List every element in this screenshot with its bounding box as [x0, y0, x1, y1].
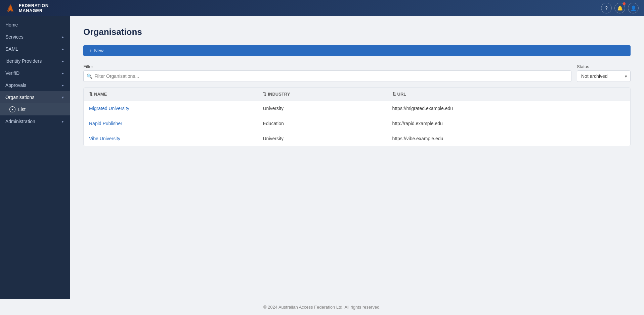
col-url: ⇅ URL	[387, 88, 630, 101]
notifications-button[interactable]: 🔔	[614, 3, 625, 13]
sidebar-item-approvals[interactable]: Approvals ►	[0, 79, 70, 91]
col-industry: ⇅ INDUSTRY	[257, 88, 387, 101]
sort-icon: ⇅	[89, 92, 93, 97]
sidebar-item-administration[interactable]: Administration ►	[0, 115, 70, 127]
sidebar-sub-item-list-label: List	[18, 107, 26, 112]
table-header-row: ⇅ NAME ⇅ INDUSTRY ⇅	[84, 88, 630, 101]
footer-text: © 2024 Australian Access Federation Ltd.…	[263, 305, 381, 310]
search-icon: 🔍	[87, 73, 92, 79]
chevron-right-icon: ►	[61, 35, 65, 39]
chevron-right-icon: ►	[61, 84, 65, 87]
sidebar-item-saml-label: SAML	[5, 46, 18, 52]
table-row: Migrated University University https://m…	[84, 101, 630, 116]
org-url-migrated: https://migrated.example.edu	[392, 106, 453, 111]
org-url-vibe: https://vibe.example.edu	[392, 136, 443, 141]
new-button[interactable]: + New	[83, 45, 631, 56]
sidebar-item-services[interactable]: Services ►	[0, 31, 70, 43]
notification-badge	[623, 2, 626, 5]
sidebar-item-home[interactable]: Home	[0, 19, 70, 31]
user-icon: 👤	[631, 5, 636, 11]
status-label: Status	[577, 64, 631, 69]
col-name-sortable[interactable]: ⇅ NAME	[89, 92, 107, 97]
chevron-right-icon: ►	[61, 59, 65, 63]
logo: FEDERATION MANAGER	[5, 3, 49, 13]
org-url-rapid: http://rapid.example.edu	[392, 121, 443, 126]
org-industry-cell: University	[257, 131, 387, 146]
sort-icon: ⇅	[392, 92, 396, 97]
sidebar-item-approvals-label: Approvals	[5, 83, 26, 88]
chevron-right-icon: ►	[61, 71, 65, 75]
app-header: FEDERATION MANAGER ? 🔔 👤	[0, 0, 644, 16]
sidebar-sub-item-list[interactable]: ● List	[0, 103, 70, 115]
table-row: Vibe University University https://vibe.…	[84, 131, 630, 146]
org-industry-vibe: University	[263, 136, 283, 141]
bell-icon: 🔔	[617, 5, 623, 11]
help-button[interactable]: ?	[601, 3, 612, 13]
sort-icon: ⇅	[263, 92, 266, 97]
sidebar-item-organisations-label: Organisations	[5, 95, 34, 100]
sidebar-item-home-label: Home	[5, 22, 18, 28]
table-header: ⇅ NAME ⇅ INDUSTRY ⇅	[84, 88, 630, 101]
filter-group: Filter 🔍	[83, 64, 571, 82]
sidebar: Home Services ► SAML ► Identity Provider…	[0, 16, 70, 299]
filter-input[interactable]	[83, 70, 571, 82]
table-body: Migrated University University https://m…	[84, 101, 630, 146]
org-url-cell: https://migrated.example.edu	[387, 101, 630, 116]
status-select[interactable]: Not archived Archived All	[577, 70, 631, 82]
new-button-label: New	[94, 48, 103, 53]
filter-label: Filter	[83, 64, 571, 69]
logo-icon	[5, 3, 16, 13]
header-actions: ? 🔔 👤	[601, 3, 639, 13]
logo-line2: MANAGER	[19, 8, 49, 13]
filter-row: Filter 🔍 Status Not archived Archived Al…	[83, 64, 631, 82]
chevron-right-icon: ►	[61, 120, 65, 123]
org-url-cell: http://rapid.example.edu	[387, 116, 630, 131]
organisations-table: ⇅ NAME ⇅ INDUSTRY ⇅	[84, 88, 630, 146]
globe-icon: ●	[9, 106, 15, 112]
sidebar-item-services-label: Services	[5, 34, 24, 40]
status-filter-group: Status Not archived Archived All	[577, 64, 631, 82]
sidebar-item-administration-label: Administration	[5, 119, 35, 124]
main-content: Organisations + New Filter 🔍 Status Not …	[70, 16, 644, 299]
sidebar-item-organisations[interactable]: Organisations ▼	[0, 91, 70, 103]
plus-icon: +	[89, 48, 92, 53]
user-menu-button[interactable]: 👤	[628, 3, 639, 13]
col-url-sortable[interactable]: ⇅ URL	[392, 92, 406, 97]
org-link-vibe-university[interactable]: Vibe University	[89, 136, 120, 141]
org-industry-cell: Education	[257, 116, 387, 131]
org-industry-rapid: Education	[263, 121, 284, 126]
org-url-cell: https://vibe.example.edu	[387, 131, 630, 146]
col-industry-label: INDUSTRY	[268, 92, 290, 97]
table-row: Rapid Publisher Education http://rapid.e…	[84, 116, 630, 131]
organisations-table-container: ⇅ NAME ⇅ INDUSTRY ⇅	[83, 87, 631, 146]
col-name: ⇅ NAME	[84, 88, 257, 101]
org-name-cell: Migrated University	[84, 101, 257, 116]
col-industry-sortable[interactable]: ⇅ INDUSTRY	[263, 92, 290, 97]
logo-line1: FEDERATION	[19, 3, 49, 8]
app-body: Home Services ► SAML ► Identity Provider…	[0, 16, 644, 299]
org-link-rapid-publisher[interactable]: Rapid Publisher	[89, 121, 122, 126]
col-name-label: NAME	[94, 92, 107, 97]
sidebar-item-saml[interactable]: SAML ►	[0, 43, 70, 55]
chevron-down-icon: ▼	[61, 96, 65, 99]
org-industry-cell: University	[257, 101, 387, 116]
chevron-right-icon: ►	[61, 47, 65, 51]
org-link-migrated-university[interactable]: Migrated University	[89, 106, 129, 111]
page-title: Organisations	[83, 27, 631, 37]
sidebar-item-identity-providers-label: Identity Providers	[5, 58, 42, 64]
col-url-label: URL	[397, 92, 406, 97]
status-select-wrap: Not archived Archived All	[577, 70, 631, 82]
org-industry-migrated: University	[263, 106, 283, 111]
sidebar-item-verifid-label: VerifID	[5, 70, 19, 76]
filter-input-wrap: 🔍	[83, 70, 571, 82]
sidebar-item-verifid[interactable]: VerifID ►	[0, 67, 70, 79]
org-name-cell: Vibe University	[84, 131, 257, 146]
org-name-cell: Rapid Publisher	[84, 116, 257, 131]
footer: © 2024 Australian Access Federation Ltd.…	[0, 299, 644, 315]
sidebar-item-identity-providers[interactable]: Identity Providers ►	[0, 55, 70, 67]
